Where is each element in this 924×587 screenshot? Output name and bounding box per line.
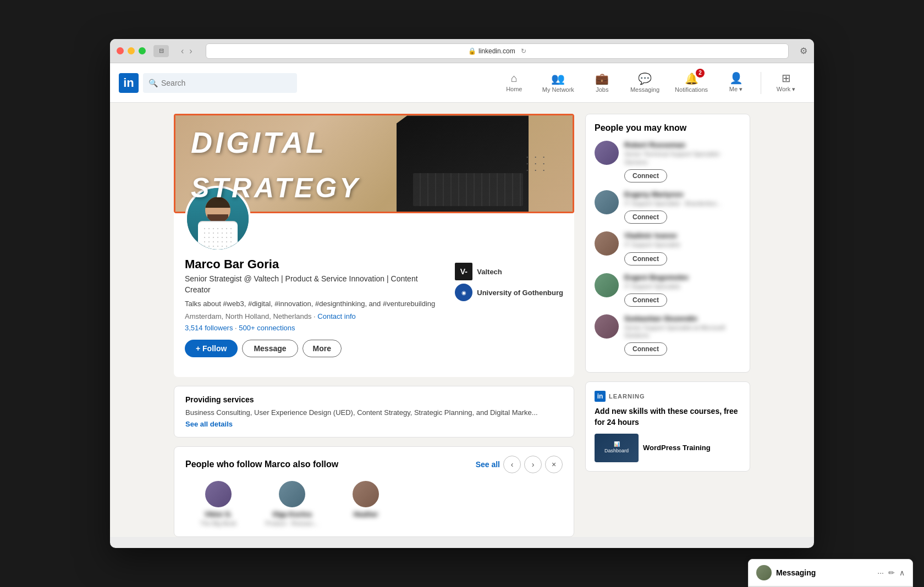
address-bar-container: 🔒 linkedin.com ↻ [206, 43, 789, 59]
connect-button-2[interactable]: Connect [624, 211, 667, 224]
person-item-5: Szebastian Sluzendin Senior Support Spec… [595, 314, 741, 356]
profile-card: Marco Bar Goria Senior Strategist @ Valt… [174, 186, 574, 376]
message-button[interactable]: Message [242, 340, 298, 357]
connect-button-5[interactable]: Connect [624, 342, 667, 356]
profile-name: Marco Bar Goria [185, 257, 438, 272]
see-all-details-link[interactable]: See all details [185, 420, 563, 428]
browser-actions: ⚙ [800, 46, 807, 56]
profile-section: DIGITAL STRATEGY • • •• • •• • • [174, 114, 574, 536]
person-info-4: Evgeni Bogomolev IT Support Specialist C… [624, 273, 741, 307]
also-follow-card: People who follow Marco also follow See … [174, 446, 574, 536]
people-know-title: People you may know [595, 123, 741, 133]
person-item-3: Vladimir Ivanov IT Support Specialist Co… [595, 231, 741, 265]
lock-icon: 🔒 [468, 47, 476, 55]
nav-items: ⌂ Home 👥 My Network 💼 Jobs 💬 Messaging 🔔 [495, 63, 805, 103]
home-icon: ⌂ [511, 72, 518, 85]
nav-network[interactable]: 👥 My Network [536, 63, 581, 103]
nav-work[interactable]: ⊞ Work ▾ [767, 63, 805, 103]
more-button[interactable]: More [302, 340, 342, 357]
search-input[interactable] [161, 79, 292, 87]
follow-item-1: Viktor G. The Big Book [185, 481, 251, 527]
profile-topics: Talks about #web3, #digital, #innovation… [185, 299, 438, 309]
person-avatar-1 [595, 141, 619, 165]
person-title-2: IT Support Specialist · Brandenbur... [624, 200, 741, 207]
person-item-4: Evgeni Bogomolev IT Support Specialist C… [595, 273, 741, 307]
nav-notifications-label: Notifications [675, 86, 708, 93]
nav-me-label: Me ▾ [729, 86, 743, 93]
follow-title-2: Product · Researc... [265, 519, 318, 527]
company-valtech[interactable]: V- Valtech [455, 263, 563, 280]
univ-name: University of Gothenburg [477, 289, 563, 297]
valtech-logo: V- [455, 263, 472, 280]
profile-actions: + Follow Message More [185, 340, 438, 357]
address-bar[interactable]: 🔒 linkedin.com ↻ [206, 43, 789, 59]
settings-icon[interactable]: ⚙ [800, 46, 807, 56]
minimize-button[interactable] [128, 47, 135, 54]
profile-info-right: V- Valtech ◉ University of Gothenburg [455, 257, 563, 304]
follow-title-1: The Big Book [200, 519, 237, 527]
nav-messaging[interactable]: 💬 Messaging [624, 63, 666, 103]
follow-item-3: Heather [333, 481, 399, 527]
course-name: WordPress Training [643, 444, 711, 452]
nav-home[interactable]: ⌂ Home [495, 63, 534, 103]
search-icon: 🔍 [148, 79, 158, 87]
linkedin-learning-logo: in [595, 391, 606, 402]
nav-arrows: ‹ › [179, 46, 195, 56]
follow-item-2: Olga Kochra Product · Researc... [259, 481, 325, 527]
traffic-lights [117, 47, 146, 54]
divider [761, 72, 761, 94]
profile-location: Amsterdam, North Holland, Netherlands · … [185, 312, 438, 320]
sidebar-toggle[interactable]: ⊟ [153, 45, 169, 57]
follow-avatar-2 [279, 481, 305, 507]
see-all-follow-button[interactable]: See all [476, 460, 500, 469]
banner-digital-text: DIGITAL [191, 125, 327, 159]
banner-dots: • • •• • •• • • [526, 154, 547, 174]
person-name-3: Vladimir Ivanov [624, 231, 741, 240]
close-follow-button[interactable]: × [545, 456, 563, 473]
nav-search-bar[interactable]: 🔍 [143, 73, 297, 93]
notifications-badge: 2 [696, 69, 705, 77]
top-nav: in 🔍 ⌂ Home 👥 My Network 💼 Jobs [110, 63, 814, 103]
prev-follow-button[interactable]: ‹ [503, 456, 521, 473]
person-name-1: Robert Russeman [624, 141, 741, 149]
maximize-button[interactable] [139, 47, 146, 54]
back-button[interactable]: ‹ [179, 46, 186, 56]
follow-button[interactable]: + Follow [185, 340, 238, 357]
nav-jobs[interactable]: 💼 Jobs [583, 63, 622, 103]
me-icon: 👤 [729, 71, 743, 85]
person-info-3: Vladimir Ivanov IT Support Specialist Co… [624, 231, 741, 265]
person-name-2: Evgeny Martynov [624, 190, 741, 198]
company-univ[interactable]: ◉ University of Gothenburg [455, 284, 563, 301]
person-avatar-2 [595, 190, 619, 214]
linkedin-logo[interactable]: in [119, 73, 139, 93]
next-follow-button[interactable]: › [524, 456, 542, 473]
nav-me[interactable]: 👤 Me ▾ [717, 63, 755, 103]
people-know-card: People you may know Robert Russeman Seni… [585, 114, 750, 373]
also-follow-actions: See all ‹ › × [476, 456, 563, 473]
connections-link[interactable]: 500+ connections [239, 324, 295, 332]
person-name-4: Evgeni Bogomolev [624, 273, 741, 281]
work-icon: ⊞ [782, 71, 791, 85]
connect-button-4[interactable]: Connect [624, 294, 667, 307]
profile-info-row: Marco Bar Goria Senior Strategist @ Valt… [185, 257, 563, 366]
connect-button-3[interactable]: Connect [624, 252, 667, 265]
refresh-icon[interactable]: ↻ [521, 47, 526, 55]
nav-notifications[interactable]: 🔔 2 Notifications [668, 63, 714, 103]
person-item-1: Robert Russeman Senior Technical Support… [595, 141, 741, 182]
profile-info-left: Marco Bar Goria Senior Strategist @ Valt… [185, 257, 438, 366]
follow-name-1: Viktor G. [205, 511, 232, 518]
connect-button-1[interactable]: Connect [624, 169, 667, 182]
forward-button[interactable]: › [187, 46, 194, 56]
network-icon: 👥 [551, 72, 565, 85]
url-text: linkedin.com [479, 47, 515, 55]
messaging-icon: 💬 [638, 72, 652, 85]
person-avatar-5 [595, 314, 619, 339]
contact-info-link[interactable]: Contact info [317, 312, 355, 320]
person-title-5: Senior Support Specialist at Microsoft S… [624, 324, 741, 340]
close-button[interactable] [117, 47, 124, 54]
learning-header: in LEARNING [595, 391, 741, 402]
person-title-4: IT Support Specialist [624, 283, 741, 290]
followers-link[interactable]: 3,514 followers [185, 324, 233, 332]
course-thumbnail[interactable]: 📊Dashboard [595, 434, 639, 462]
follow-name-3: Heather [354, 511, 378, 518]
